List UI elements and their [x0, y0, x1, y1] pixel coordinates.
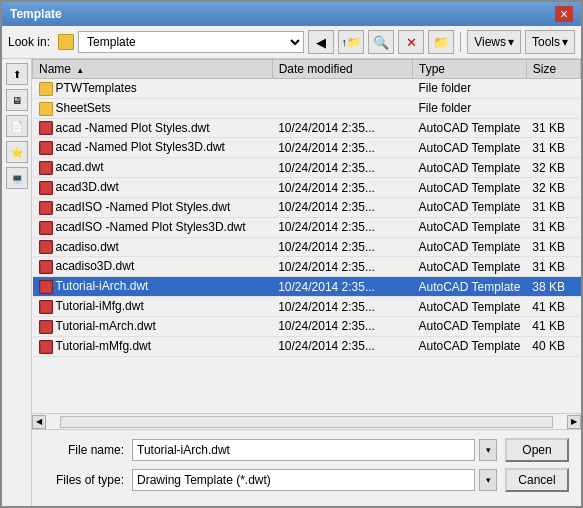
table-row[interactable]: acadiso.dwt10/24/2014 2:35...AutoCAD Tem… — [33, 237, 581, 257]
left-panel-btn5[interactable]: 💻 — [6, 167, 28, 189]
left-panel-btn1[interactable]: ⬆ — [6, 63, 28, 85]
table-row[interactable]: acad -Named Plot Styles.dwt10/24/2014 2:… — [33, 118, 581, 138]
open-button[interactable]: Open — [505, 438, 569, 462]
file-date: 10/24/2014 2:35... — [272, 257, 412, 277]
file-type: AutoCAD Template — [412, 138, 526, 158]
left-panel-btn2[interactable]: 🖥 — [6, 89, 28, 111]
col-date[interactable]: Date modified — [272, 60, 412, 79]
file-name: acad3D.dwt — [56, 180, 119, 194]
dwt-file-icon — [39, 240, 53, 254]
new-folder-button[interactable]: 📁 — [428, 30, 454, 54]
look-in-select[interactable]: Template — [78, 31, 304, 53]
file-date: 10/24/2014 2:35... — [272, 237, 412, 257]
col-size[interactable]: Size — [526, 60, 580, 79]
file-size: 32 KB — [526, 178, 580, 198]
dwt-file-icon — [39, 280, 53, 294]
toolbar: Look in: Template ◀ ↑📁 🔍 ✕ 📁 Views ▾ Too… — [2, 26, 581, 59]
table-row[interactable]: acadISO -Named Plot Styles.dwt10/24/2014… — [33, 197, 581, 217]
file-name: acad -Named Plot Styles.dwt — [56, 121, 210, 135]
table-row[interactable]: acadISO -Named Plot Styles3D.dwt10/24/20… — [33, 217, 581, 237]
folder-icon — [39, 102, 53, 116]
delete-button[interactable]: ✕ — [398, 30, 424, 54]
file-date: 10/24/2014 2:35... — [272, 316, 412, 336]
file-list-container: Name ▲ Date modified Type — [32, 59, 581, 413]
file-type: AutoCAD Template — [412, 118, 526, 138]
files-of-type-dropdown-button[interactable]: ▾ — [479, 469, 497, 491]
file-date: 10/24/2014 2:35... — [272, 297, 412, 317]
views-arrow: ▾ — [508, 35, 514, 49]
table-row[interactable]: acadiso3D.dwt10/24/2014 2:35...AutoCAD T… — [33, 257, 581, 277]
file-name-row: File name: ▾ Open — [44, 438, 569, 462]
files-of-type-label: Files of type: — [44, 473, 124, 487]
file-size: 31 KB — [526, 237, 580, 257]
file-name-input[interactable] — [132, 439, 475, 461]
close-button[interactable]: × — [555, 6, 573, 22]
file-name: acad -Named Plot Styles3D.dwt — [56, 140, 225, 154]
file-name-input-wrap: ▾ — [132, 439, 497, 461]
content-area: Name ▲ Date modified Type — [32, 59, 581, 506]
dwt-file-icon — [39, 141, 53, 155]
file-type: File folder — [412, 79, 526, 99]
table-row[interactable]: Tutorial-iArch.dwt10/24/2014 2:35...Auto… — [33, 277, 581, 297]
file-name: SheetSets — [56, 101, 111, 115]
file-size: 31 KB — [526, 217, 580, 237]
dwt-file-icon — [39, 320, 53, 334]
file-date: 10/24/2014 2:35... — [272, 118, 412, 138]
dwt-file-icon — [39, 340, 53, 354]
left-panel-btn3[interactable]: 📄 — [6, 115, 28, 137]
file-type: File folder — [412, 98, 526, 118]
table-row[interactable]: PTWTemplatesFile folder — [33, 79, 581, 99]
file-type: AutoCAD Template — [412, 257, 526, 277]
table-row[interactable]: acad3D.dwt10/24/2014 2:35...AutoCAD Temp… — [33, 178, 581, 198]
file-name: acadiso3D.dwt — [56, 259, 135, 273]
file-size: 38 KB — [526, 277, 580, 297]
file-name-label: File name: — [44, 443, 124, 457]
file-type: AutoCAD Template — [412, 197, 526, 217]
left-panel-btn4[interactable]: ⭐ — [6, 141, 28, 163]
file-name-dropdown-button[interactable]: ▾ — [479, 439, 497, 461]
file-name: Tutorial-iMfg.dwt — [56, 299, 144, 313]
h-scrollbar[interactable] — [60, 416, 553, 428]
file-type: AutoCAD Template — [412, 237, 526, 257]
file-date: 10/24/2014 2:35... — [272, 336, 412, 356]
title-bar: Template × — [2, 2, 581, 26]
table-row[interactable]: Tutorial-iMfg.dwt10/24/2014 2:35...AutoC… — [33, 297, 581, 317]
file-date: 10/24/2014 2:35... — [272, 197, 412, 217]
file-type: AutoCAD Template — [412, 316, 526, 336]
table-row[interactable]: Tutorial-mMfg.dwt10/24/2014 2:35...AutoC… — [33, 336, 581, 356]
file-type: AutoCAD Template — [412, 217, 526, 237]
dwt-file-icon — [39, 300, 53, 314]
dwt-file-icon — [39, 161, 53, 175]
tools-button[interactable]: Tools ▾ — [525, 30, 575, 54]
up-button[interactable]: ↑📁 — [338, 30, 364, 54]
title-bar-text: Template — [10, 7, 62, 21]
table-row[interactable]: Tutorial-mArch.dwt10/24/2014 2:35...Auto… — [33, 316, 581, 336]
file-size — [526, 98, 580, 118]
dialog-window: Template × Look in: Template ◀ ↑📁 🔍 ✕ 📁 … — [0, 0, 583, 508]
file-name: acadISO -Named Plot Styles.dwt — [56, 200, 231, 214]
tools-arrow: ▾ — [562, 35, 568, 49]
table-row[interactable]: acad -Named Plot Styles3D.dwt10/24/2014 … — [33, 138, 581, 158]
files-of-type-input[interactable] — [132, 469, 475, 491]
table-row[interactable]: acad.dwt10/24/2014 2:35...AutoCAD Templa… — [33, 158, 581, 178]
file-date — [272, 79, 412, 99]
file-name: Tutorial-mArch.dwt — [56, 319, 156, 333]
scroll-left-button[interactable]: ◀ — [32, 415, 46, 429]
file-size: 31 KB — [526, 138, 580, 158]
col-name[interactable]: Name ▲ — [33, 60, 273, 79]
scroll-right-button[interactable]: ▶ — [567, 415, 581, 429]
table-row[interactable]: SheetSetsFile folder — [33, 98, 581, 118]
back-button[interactable]: ◀ — [308, 30, 334, 54]
file-name: PTWTemplates — [56, 81, 137, 95]
folder-icon-toolbar — [58, 34, 74, 50]
file-name: acad.dwt — [56, 160, 104, 174]
search-button[interactable]: 🔍 — [368, 30, 394, 54]
dwt-file-icon — [39, 181, 53, 195]
main-area: ⬆ 🖥 📄 ⭐ 💻 Name ▲ — [2, 59, 581, 506]
cancel-button[interactable]: Cancel — [505, 468, 569, 492]
toolbar-buttons: ◀ ↑📁 🔍 ✕ 📁 Views ▾ Tools ▾ — [308, 30, 575, 54]
file-date: 10/24/2014 2:35... — [272, 138, 412, 158]
views-button[interactable]: Views ▾ — [467, 30, 521, 54]
file-size: 41 KB — [526, 297, 580, 317]
col-type[interactable]: Type — [412, 60, 526, 79]
